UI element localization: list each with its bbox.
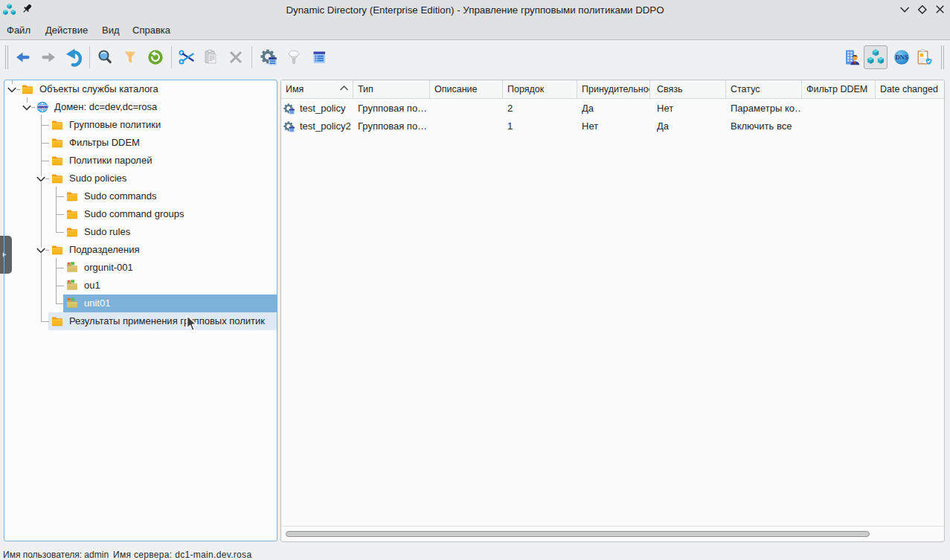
- svg-text:DNS: DNS: [895, 54, 908, 61]
